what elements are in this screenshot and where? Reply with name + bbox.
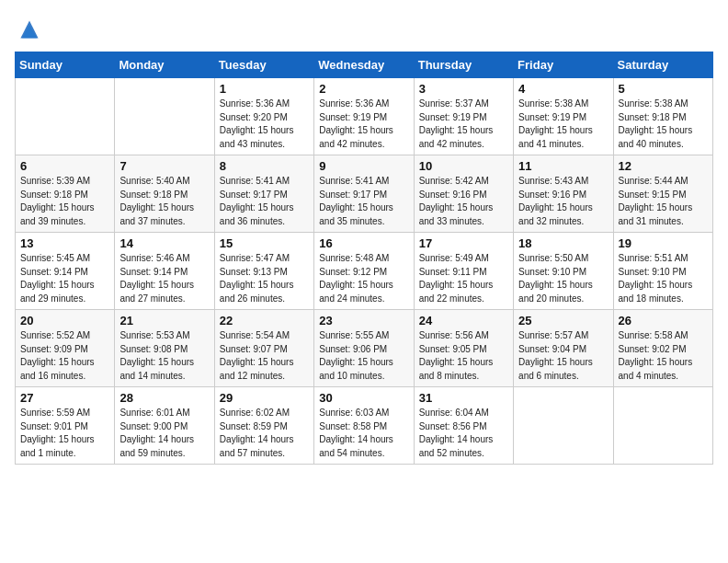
calendar-cell: 3Sunrise: 5:37 AM Sunset: 9:19 PM Daylig… [414,78,513,155]
day-number: 23 [319,314,408,327]
calendar-cell: 6Sunrise: 5:39 AM Sunset: 9:18 PM Daylig… [16,155,115,233]
day-number: 18 [518,236,608,250]
calendar-cell: 26Sunrise: 5:58 AM Sunset: 9:02 PM Dayli… [613,310,712,387]
day-info: Sunrise: 5:40 AM Sunset: 9:18 PM Dayligh… [119,175,209,228]
calendar-cell: 18Sunrise: 5:50 AM Sunset: 9:10 PM Dayli… [514,233,613,310]
day-number: 22 [220,314,309,327]
day-info: Sunrise: 5:52 AM Sunset: 9:09 PM Dayligh… [20,329,109,383]
day-info: Sunrise: 5:53 AM Sunset: 9:08 PM Dayligh… [119,329,209,383]
day-number: 26 [619,314,708,327]
calendar-cell: 21Sunrise: 5:53 AM Sunset: 9:08 PM Dayli… [115,310,214,387]
day-number: 17 [419,236,508,250]
day-header-monday: Monday [115,52,214,78]
day-info: Sunrise: 5:38 AM Sunset: 9:18 PM Dayligh… [619,98,708,151]
day-info: Sunrise: 5:49 AM Sunset: 9:11 PM Dayligh… [419,252,508,305]
calendar-cell: 27Sunrise: 5:59 AM Sunset: 9:01 PM Dayli… [16,387,115,465]
day-number: 2 [319,82,408,96]
calendar-cell: 13Sunrise: 5:45 AM Sunset: 9:14 PM Dayli… [16,233,115,310]
day-header-wednesday: Wednesday [314,52,414,78]
day-number: 8 [220,159,309,173]
calendar-cell: 16Sunrise: 5:48 AM Sunset: 9:12 PM Dayli… [314,233,414,310]
calendar-cell: 19Sunrise: 5:51 AM Sunset: 9:10 PM Dayli… [613,233,712,310]
calendar-cell: 31Sunrise: 6:04 AM Sunset: 8:56 PM Dayli… [414,387,513,465]
day-info: Sunrise: 6:04 AM Sunset: 8:56 PM Dayligh… [419,407,508,460]
day-number: 3 [419,82,508,96]
calendar-cell: 2Sunrise: 5:36 AM Sunset: 9:19 PM Daylig… [314,78,414,155]
logo-icon [15,15,44,44]
day-number: 16 [319,236,408,250]
day-info: Sunrise: 5:55 AM Sunset: 9:06 PM Dayligh… [319,329,408,383]
calendar-week-2: 6Sunrise: 5:39 AM Sunset: 9:18 PM Daylig… [16,155,713,233]
logo [15,15,48,44]
calendar-cell: 11Sunrise: 5:43 AM Sunset: 9:16 PM Dayli… [514,155,613,233]
day-info: Sunrise: 5:44 AM Sunset: 9:15 PM Dayligh… [619,175,708,228]
day-info: Sunrise: 5:48 AM Sunset: 9:12 PM Dayligh… [319,252,408,305]
day-number: 28 [119,391,209,405]
day-number: 4 [518,82,608,96]
calendar-cell [115,78,214,155]
calendar-cell [16,78,115,155]
day-number: 15 [220,236,309,250]
day-number: 24 [419,314,508,327]
calendar-cell [514,387,613,465]
day-number: 20 [20,314,109,327]
day-info: Sunrise: 6:03 AM Sunset: 8:58 PM Dayligh… [319,407,408,460]
day-info: Sunrise: 5:36 AM Sunset: 9:19 PM Dayligh… [319,98,408,151]
calendar-cell: 5Sunrise: 5:38 AM Sunset: 9:18 PM Daylig… [613,78,712,155]
calendar-cell: 14Sunrise: 5:46 AM Sunset: 9:14 PM Dayli… [115,233,214,310]
day-info: Sunrise: 5:46 AM Sunset: 9:14 PM Dayligh… [119,252,209,305]
page-header [15,15,713,44]
day-info: Sunrise: 5:51 AM Sunset: 9:10 PM Dayligh… [619,252,708,305]
calendar-week-4: 20Sunrise: 5:52 AM Sunset: 9:09 PM Dayli… [16,310,713,387]
calendar-cell: 7Sunrise: 5:40 AM Sunset: 9:18 PM Daylig… [115,155,214,233]
calendar-cell: 30Sunrise: 6:03 AM Sunset: 8:58 PM Dayli… [314,387,414,465]
calendar-cell: 9Sunrise: 5:41 AM Sunset: 9:17 PM Daylig… [314,155,414,233]
day-number: 10 [419,159,508,173]
calendar-cell: 22Sunrise: 5:54 AM Sunset: 9:07 PM Dayli… [214,310,313,387]
day-info: Sunrise: 5:37 AM Sunset: 9:19 PM Dayligh… [419,98,508,151]
calendar-cell: 10Sunrise: 5:42 AM Sunset: 9:16 PM Dayli… [414,155,513,233]
day-number: 11 [518,159,608,173]
day-info: Sunrise: 5:42 AM Sunset: 9:16 PM Dayligh… [419,175,508,228]
day-header-saturday: Saturday [613,52,712,78]
calendar-table: SundayMondayTuesdayWednesdayThursdayFrid… [15,52,713,465]
day-number: 21 [119,314,209,327]
day-number: 5 [619,82,708,96]
calendar-cell: 17Sunrise: 5:49 AM Sunset: 9:11 PM Dayli… [414,233,513,310]
day-info: Sunrise: 5:41 AM Sunset: 9:17 PM Dayligh… [319,175,408,228]
day-info: Sunrise: 5:47 AM Sunset: 9:13 PM Dayligh… [220,252,309,305]
day-number: 7 [119,159,209,173]
calendar-cell: 29Sunrise: 6:02 AM Sunset: 8:59 PM Dayli… [214,387,313,465]
day-info: Sunrise: 5:41 AM Sunset: 9:17 PM Dayligh… [220,175,309,228]
day-info: Sunrise: 5:58 AM Sunset: 9:02 PM Dayligh… [619,329,708,383]
day-info: Sunrise: 5:43 AM Sunset: 9:16 PM Dayligh… [518,175,608,228]
day-number: 27 [20,391,109,405]
day-header-tuesday: Tuesday [214,52,313,78]
day-info: Sunrise: 5:56 AM Sunset: 9:05 PM Dayligh… [419,329,508,383]
day-number: 29 [220,391,309,405]
calendar-cell: 28Sunrise: 6:01 AM Sunset: 9:00 PM Dayli… [115,387,214,465]
calendar-header-row: SundayMondayTuesdayWednesdayThursdayFrid… [16,52,713,78]
day-info: Sunrise: 5:57 AM Sunset: 9:04 PM Dayligh… [518,329,608,383]
day-number: 25 [518,314,608,327]
day-number: 1 [220,82,309,96]
day-header-sunday: Sunday [16,52,115,78]
calendar-cell [613,387,712,465]
day-number: 6 [20,159,109,173]
calendar-week-5: 27Sunrise: 5:59 AM Sunset: 9:01 PM Dayli… [16,387,713,465]
day-number: 31 [419,391,508,405]
day-info: Sunrise: 5:39 AM Sunset: 9:18 PM Dayligh… [20,175,109,228]
calendar-cell: 24Sunrise: 5:56 AM Sunset: 9:05 PM Dayli… [414,310,513,387]
day-info: Sunrise: 5:38 AM Sunset: 9:19 PM Dayligh… [518,98,608,151]
day-info: Sunrise: 5:45 AM Sunset: 9:14 PM Dayligh… [20,252,109,305]
calendar-cell: 20Sunrise: 5:52 AM Sunset: 9:09 PM Dayli… [16,310,115,387]
calendar-cell: 23Sunrise: 5:55 AM Sunset: 9:06 PM Dayli… [314,310,414,387]
calendar-cell: 1Sunrise: 5:36 AM Sunset: 9:20 PM Daylig… [214,78,313,155]
day-number: 9 [319,159,408,173]
day-number: 30 [319,391,408,405]
calendar-cell: 25Sunrise: 5:57 AM Sunset: 9:04 PM Dayli… [514,310,613,387]
calendar-cell: 4Sunrise: 5:38 AM Sunset: 9:19 PM Daylig… [514,78,613,155]
day-info: Sunrise: 5:50 AM Sunset: 9:10 PM Dayligh… [518,252,608,305]
calendar-week-3: 13Sunrise: 5:45 AM Sunset: 9:14 PM Dayli… [16,233,713,310]
day-number: 12 [619,159,708,173]
